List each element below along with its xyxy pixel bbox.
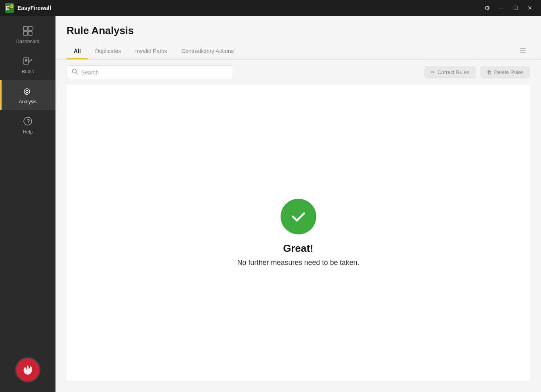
- minimize-button[interactable]: ─: [495, 2, 508, 13]
- main-layout: Dashboard Rules: [0, 16, 541, 392]
- list-view-icon[interactable]: [516, 43, 530, 59]
- analysis-icon: [22, 86, 33, 97]
- sidebar-item-help[interactable]: ? Help: [0, 110, 55, 140]
- correct-rules-icon: ✏: [431, 69, 435, 75]
- correct-rules-button[interactable]: ✏ Correct Rules: [424, 66, 475, 78]
- sidebar-help-label: Help: [23, 129, 33, 135]
- help-icon: ?: [22, 116, 33, 127]
- svg-line-24: [76, 73, 78, 74]
- rules-icon: [22, 55, 33, 67]
- toolbar: ✏ Correct Rules 🗑 Delete Rules: [55, 60, 541, 85]
- svg-text:E: E: [6, 5, 10, 11]
- correct-rules-label: Correct Rules: [438, 69, 469, 75]
- settings-button[interactable]: ⚙: [481, 2, 493, 13]
- success-subtitle: No further measures need to be taken.: [237, 259, 359, 267]
- tab-invalid-paths[interactable]: Invalid Paths: [128, 44, 174, 59]
- dashboard-icon: [22, 25, 33, 36]
- success-circle: [281, 199, 316, 234]
- svg-rect-7: [28, 31, 32, 35]
- success-title: Great!: [283, 242, 314, 255]
- sidebar-item-rules[interactable]: Rules: [0, 50, 55, 80]
- sidebar-bottom: [0, 357, 55, 392]
- delete-rules-button[interactable]: 🗑 Delete Rules: [480, 66, 530, 78]
- sidebar-dashboard-label: Dashboard: [16, 39, 40, 44]
- search-icon: [72, 69, 78, 76]
- svg-rect-5: [28, 27, 32, 30]
- sidebar-item-dashboard[interactable]: Dashboard: [0, 20, 55, 50]
- app-logo: E F: [5, 3, 14, 13]
- sidebar-item-analysis[interactable]: Analysis: [0, 80, 55, 110]
- tab-all[interactable]: All: [67, 44, 88, 59]
- svg-text:F: F: [10, 5, 12, 8]
- sidebar-analysis-label: Analysis: [19, 99, 37, 105]
- search-input[interactable]: [81, 69, 228, 76]
- search-box[interactable]: [67, 65, 233, 79]
- svg-rect-6: [23, 31, 27, 35]
- title-bar-controls: ⚙ ─ ☐ ✕: [481, 2, 536, 13]
- maximize-button[interactable]: ☐: [509, 2, 522, 13]
- tabs-bar: All Duplicates Invalid Paths Contradicto…: [55, 43, 541, 60]
- tab-duplicates[interactable]: Duplicates: [88, 44, 128, 59]
- title-bar: E F EasyFirewall ⚙ ─ ☐ ✕: [0, 0, 541, 16]
- delete-rules-icon: 🗑: [487, 69, 492, 75]
- active-indicator: [0, 80, 2, 110]
- content-area: Rule Analysis All Duplicates Invalid Pat…: [55, 16, 541, 392]
- app-name-label: EasyFirewall: [17, 5, 51, 11]
- sidebar-rules-label: Rules: [22, 69, 34, 74]
- svg-rect-4: [23, 27, 27, 30]
- fire-button[interactable]: [15, 357, 40, 382]
- close-button[interactable]: ✕: [524, 2, 536, 13]
- title-bar-left: E F EasyFirewall: [5, 3, 51, 13]
- sidebar: Dashboard Rules: [0, 16, 55, 392]
- main-content: Great! No further measures need to be ta…: [67, 85, 530, 381]
- svg-rect-8: [24, 58, 29, 64]
- page-title: Rule Analysis: [67, 25, 530, 37]
- svg-text:?: ?: [27, 118, 30, 124]
- tab-contradictory-actions[interactable]: Contradictory Actions: [174, 44, 241, 59]
- page-header: Rule Analysis: [55, 16, 541, 43]
- delete-rules-label: Delete Rules: [494, 69, 524, 75]
